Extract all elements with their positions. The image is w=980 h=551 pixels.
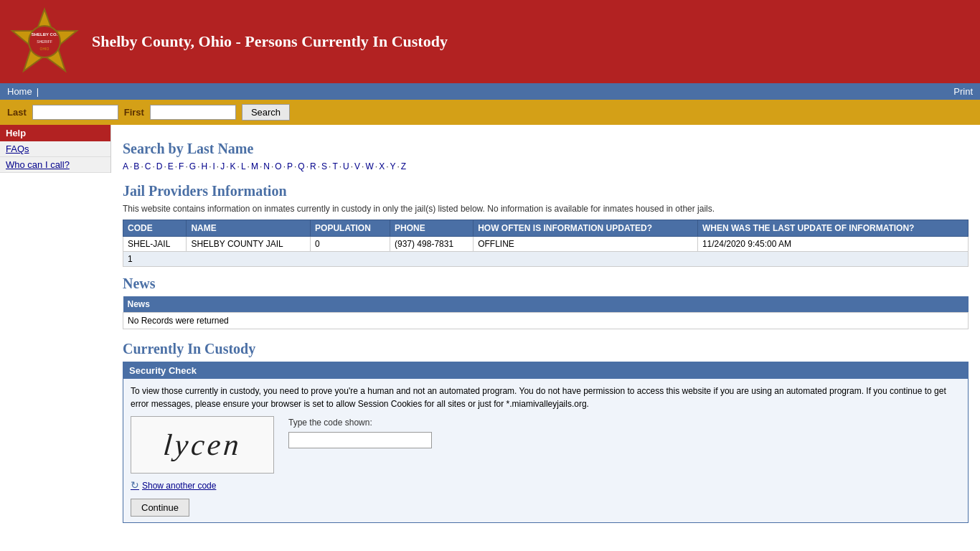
news-heading: News: [123, 276, 969, 292]
alpha-link-n[interactable]: N: [263, 161, 270, 171]
svg-text:OHIO: OHIO: [40, 47, 50, 51]
last-name-input[interactable]: [32, 105, 118, 120]
security-content: To view those currently in custody, you …: [123, 379, 968, 522]
news-no-records-row: No Records were returned: [123, 313, 969, 329]
alpha-separator: ·: [197, 161, 199, 171]
search-bar: Last First Search: [0, 100, 980, 125]
jail-table-footer: 1: [123, 252, 969, 267]
search-button[interactable]: Search: [242, 104, 290, 121]
table-cell: (937) 498-7831: [390, 237, 473, 252]
alpha-link-g[interactable]: G: [189, 161, 196, 171]
news-column-header: News: [123, 296, 969, 313]
continue-button[interactable]: Continue: [131, 499, 189, 517]
alpha-separator: ·: [375, 161, 377, 171]
jail-col-when-was-the-last-update-of-information?: WHEN WAS THE LAST UPDATE OF INFORMATION?: [697, 220, 968, 237]
sidebar-item-who-can-i-call[interactable]: Who can I call?: [0, 157, 110, 173]
table-footer-cell: 1: [123, 252, 969, 267]
alpha-link-d[interactable]: D: [156, 161, 163, 171]
alpha-separator: ·: [397, 161, 400, 171]
jail-providers-table: CODENAMEPOPULATIONPHONEHOW OFTEN IS INFO…: [123, 220, 969, 267]
svg-text:SHELBY CO.: SHELBY CO.: [32, 32, 58, 37]
alpha-separator: ·: [248, 161, 250, 171]
main-layout: Help FAQs Who can I call? Search by Last…: [0, 125, 980, 530]
alpha-separator: ·: [164, 161, 166, 171]
captcha-right: Type the code shown:: [288, 416, 432, 448]
show-another-label: Show another code: [142, 479, 216, 492]
search-heading: Search by Last Name: [123, 141, 969, 157]
alpha-link-i[interactable]: I: [213, 161, 215, 171]
captcha-area: lycen ↻ Show another code Type the code …: [131, 416, 961, 493]
news-table-header-row: News: [123, 296, 969, 313]
alpha-separator: ·: [260, 161, 262, 171]
alpha-separator: ·: [141, 161, 143, 171]
alpha-separator: ·: [318, 161, 320, 171]
alpha-separator: ·: [339, 161, 341, 171]
print-link[interactable]: Print: [953, 86, 973, 97]
alpha-separator: ·: [226, 161, 228, 171]
news-table: News No Records were returned: [123, 296, 969, 329]
alpha-separator: ·: [362, 161, 364, 171]
captcha-input[interactable]: [288, 432, 432, 448]
alpha-link-v[interactable]: V: [354, 161, 360, 171]
alpha-link-t[interactable]: T: [332, 161, 337, 171]
alpha-link-a[interactable]: A: [123, 161, 128, 171]
alpha-link-s[interactable]: S: [321, 161, 327, 171]
jail-col-how-often-is-information-updated?: HOW OFTEN IS INFORMATION UPDATED?: [473, 220, 698, 237]
show-another-code[interactable]: ↻ Show another code: [131, 478, 274, 493]
sidebar: Help FAQs Who can I call?: [0, 125, 111, 173]
table-cell: SHELBY COUNTY JAIL: [187, 237, 311, 252]
table-footer-row: 1: [123, 252, 969, 267]
alpha-link-w[interactable]: W: [365, 161, 373, 171]
alpha-link-h[interactable]: H: [201, 161, 207, 171]
sidebar-item-faqs[interactable]: FAQs: [0, 141, 110, 157]
alpha-link-r[interactable]: R: [310, 161, 316, 171]
navbar: Home | Print: [0, 83, 980, 100]
sheriff-badge-logo: SHELBY CO. SHERIFF OHIO: [9, 6, 80, 77]
alpha-link-k[interactable]: K: [230, 161, 236, 171]
alpha-separator: ·: [209, 161, 211, 171]
alpha-link-z[interactable]: Z: [401, 161, 406, 171]
custody-heading: Currently In Custody: [123, 341, 969, 357]
alpha-separator: ·: [271, 161, 273, 171]
navbar-separator: |: [37, 86, 39, 97]
alpha-link-e[interactable]: E: [168, 161, 174, 171]
alpha-separator: ·: [237, 161, 240, 171]
last-name-label: Last: [7, 107, 27, 118]
alpha-link-j[interactable]: J: [220, 161, 225, 171]
alpha-separator: ·: [283, 161, 286, 171]
alpha-link-u[interactable]: U: [343, 161, 349, 171]
security-text: To view those currently in custody, you …: [131, 385, 961, 410]
table-cell: SHEL-JAIL: [123, 237, 187, 252]
alphabet-nav: A · B · C · D · E · F · G · H · I · J · …: [123, 161, 969, 171]
alpha-link-o[interactable]: O: [275, 161, 281, 171]
alpha-separator: ·: [351, 161, 353, 171]
alpha-link-x[interactable]: X: [379, 161, 385, 171]
captcha-label: Type the code shown:: [288, 416, 432, 429]
table-cell: OFFLINE: [473, 237, 698, 252]
captcha-image: lycen: [131, 416, 274, 474]
jail-col-population: POPULATION: [311, 220, 390, 237]
table-cell: 11/24/2020 9:45:00 AM: [697, 237, 968, 252]
alpha-link-l[interactable]: L: [241, 161, 246, 171]
home-link[interactable]: Home: [7, 86, 32, 97]
alpha-link-b[interactable]: B: [133, 161, 139, 171]
alpha-link-y[interactable]: Y: [390, 161, 395, 171]
alpha-separator: ·: [175, 161, 177, 171]
alpha-link-q[interactable]: Q: [298, 161, 304, 171]
alpha-link-c[interactable]: C: [145, 161, 151, 171]
table-row: SHEL-JAILSHELBY COUNTY JAIL0(937) 498-78…: [123, 237, 969, 252]
first-name-input[interactable]: [150, 105, 236, 120]
main-content: Search by Last Name A · B · C · D · E · …: [111, 125, 980, 530]
security-box: Security Check To view those currently i…: [123, 362, 969, 523]
alpha-link-f[interactable]: F: [179, 161, 184, 171]
jail-providers-description: This website contains information on inm…: [123, 204, 969, 214]
navbar-left: Home |: [7, 86, 39, 97]
sidebar-help-header: Help: [0, 125, 110, 141]
jail-providers-heading: Jail Providers Information: [123, 183, 969, 199]
alpha-link-m[interactable]: M: [251, 161, 258, 171]
jail-table-body: SHEL-JAILSHELBY COUNTY JAIL0(937) 498-78…: [123, 237, 969, 252]
alpha-separator: ·: [386, 161, 388, 171]
alpha-link-p[interactable]: P: [287, 161, 293, 171]
refresh-icon: ↻: [131, 478, 139, 493]
alpha-separator: ·: [185, 161, 187, 171]
